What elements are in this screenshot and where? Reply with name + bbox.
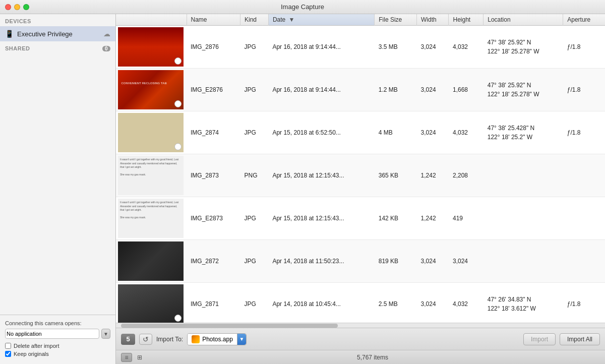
cell-name: IMG_2876: [187, 26, 240, 69]
cell-date: Apr 16, 2018 at 9:14:44...: [268, 26, 374, 69]
view-icons: ≡ ⊞: [121, 353, 145, 362]
app-select[interactable]: No application: [5, 329, 99, 339]
thumbnail-image: [118, 284, 184, 323]
cell-aperture: ƒ/1.8: [563, 26, 605, 69]
cell-width: 3,024: [417, 111, 449, 154]
import-app-arrow[interactable]: ▼: [237, 334, 246, 345]
table-row[interactable]: IMG_2876JPGApr 16, 2018 at 9:14:44...3.5…: [116, 26, 605, 69]
cell-filesize: 142 KB: [375, 197, 417, 240]
col-date[interactable]: Date ▼: [268, 14, 374, 26]
cell-date: Apr 15, 2018 at 6:52:50...: [268, 111, 374, 154]
app-select-arrow[interactable]: ▼: [101, 329, 110, 339]
title-bar: Image Capture: [0, 0, 605, 14]
cell-height: 4,032: [449, 283, 483, 323]
cell-aperture: ƒ/1.8: [563, 69, 605, 111]
cell-date: Apr 14, 2018 at 10:45:4...: [268, 283, 374, 323]
cell-filesize: 1.2 MB: [375, 69, 417, 111]
table-row[interactable]: IMG_2872JPGApr 14, 2018 at 11:50:23...81…: [116, 240, 605, 283]
shared-label: SHARED: [5, 45, 30, 51]
devices-label: DEVICES: [5, 18, 31, 24]
col-aperture[interactable]: Aperture: [563, 14, 605, 26]
selection-indicator[interactable]: [174, 143, 182, 150]
col-kind[interactable]: Kind: [240, 14, 268, 26]
bottom-toolbar: 5 ↺ Import To: Photos.app ▼ Import Impor…: [116, 328, 605, 350]
thumbnail-image: It wasn't until I got together with my g…: [118, 156, 184, 195]
sort-arrow: ▼: [289, 16, 295, 23]
cell-filesize: 819 KB: [375, 240, 417, 283]
cloud-icon: ☁: [103, 30, 110, 38]
connecting-label: Connecting this camera opens:: [5, 320, 110, 326]
cell-aperture: [563, 154, 605, 197]
thumbnail-cell: [116, 283, 187, 323]
thumbnail-image: [118, 241, 184, 281]
cell-height: 2,208: [449, 154, 483, 197]
thumbnail-cell: [116, 26, 187, 69]
status-bar: ≡ ⊞ 5,767 items: [116, 350, 605, 364]
item-count: 5,767 items: [145, 354, 600, 361]
col-filesize[interactable]: File Size: [375, 14, 417, 26]
sidebar-item-device[interactable]: 📱 Executive Privilege ☁: [0, 26, 115, 41]
table-row[interactable]: IMG_2874JPGApr 15, 2018 at 6:52:50...4 M…: [116, 111, 605, 154]
cell-location: 47° 26' 34.83" N 122° 18' 3.612" W: [483, 283, 563, 323]
cell-height: 419: [449, 197, 483, 240]
col-height[interactable]: Height: [449, 14, 483, 26]
list-view-button[interactable]: ≡: [121, 353, 132, 362]
cell-width: 3,024: [417, 69, 449, 111]
thumbnail-cell: [116, 240, 187, 283]
import-to-label: Import To:: [156, 336, 183, 343]
thumbnail-image: [118, 70, 184, 109]
keep-originals-checkbox[interactable]: [5, 351, 11, 357]
cell-kind: JPG: [240, 197, 268, 240]
table-row[interactable]: IMG_2871JPGApr 14, 2018 at 10:45:4...2.5…: [116, 283, 605, 323]
cell-date: Apr 14, 2018 at 11:50:23...: [268, 240, 374, 283]
close-button[interactable]: [5, 4, 11, 10]
thumbnail-image: [118, 113, 184, 152]
col-width[interactable]: Width: [417, 14, 449, 26]
import-app-selector[interactable]: Photos.app ▼: [187, 333, 247, 345]
col-name[interactable]: Name: [187, 14, 240, 26]
cell-kind: PNG: [240, 154, 268, 197]
thumbnail-cell: It wasn't until I got together with my g…: [116, 197, 187, 240]
cell-kind: JPG: [240, 240, 268, 283]
selection-indicator[interactable]: [174, 100, 182, 107]
delete-after-import-row: Delete after import: [5, 343, 110, 349]
cell-kind: JPG: [240, 26, 268, 69]
import-all-button[interactable]: Import All: [560, 333, 600, 345]
import-app-display: Photos.app: [188, 334, 237, 345]
cell-date: Apr 15, 2018 at 12:15:43...: [268, 197, 374, 240]
cell-filesize: 365 KB: [375, 154, 417, 197]
shared-section-header: SHARED 0: [0, 41, 115, 53]
table-row[interactable]: It wasn't until I got together with my g…: [116, 154, 605, 197]
selection-indicator[interactable]: [174, 315, 182, 322]
photos-app-icon: [192, 335, 200, 343]
keep-originals-label: Keep originals: [14, 351, 49, 357]
thumbnail-image: It wasn't until I got together with my g…: [118, 199, 184, 238]
horizontal-scrollbar[interactable]: [116, 323, 605, 328]
rotate-button[interactable]: ↺: [139, 334, 152, 345]
image-table: Name Kind Date ▼ File Size Width Height …: [116, 14, 605, 323]
cell-height: 4,032: [449, 111, 483, 154]
cell-width: 1,242: [417, 154, 449, 197]
cell-name: IMG_2873: [187, 154, 240, 197]
col-location[interactable]: Location: [483, 14, 563, 26]
cell-name: IMG_2871: [187, 283, 240, 323]
cell-height: 4,032: [449, 26, 483, 69]
scrollbar-thumb[interactable]: [121, 324, 338, 328]
selected-count: 5: [121, 334, 135, 345]
cell-kind: JPG: [240, 283, 268, 323]
thumbnail-cell: [116, 69, 187, 111]
table-row[interactable]: It wasn't until I got together with my g…: [116, 197, 605, 240]
table-container[interactable]: Name Kind Date ▼ File Size Width Height …: [116, 14, 605, 323]
grid-view-button[interactable]: ⊞: [134, 353, 145, 362]
cell-height: 1,668: [449, 69, 483, 111]
cell-width: 3,024: [417, 240, 449, 283]
app-select-row: No application ▼: [5, 329, 110, 339]
minimize-button[interactable]: [14, 4, 20, 10]
import-button[interactable]: Import: [523, 333, 556, 345]
table-row[interactable]: IMG_E2876JPGApr 16, 2018 at 9:14:44...1.…: [116, 69, 605, 111]
maximize-button[interactable]: [23, 4, 29, 10]
cell-name: IMG_E2873: [187, 197, 240, 240]
selection-indicator[interactable]: [174, 57, 182, 65]
table-header-row: Name Kind Date ▼ File Size Width Height …: [116, 14, 605, 26]
delete-after-import-checkbox[interactable]: [5, 343, 11, 349]
